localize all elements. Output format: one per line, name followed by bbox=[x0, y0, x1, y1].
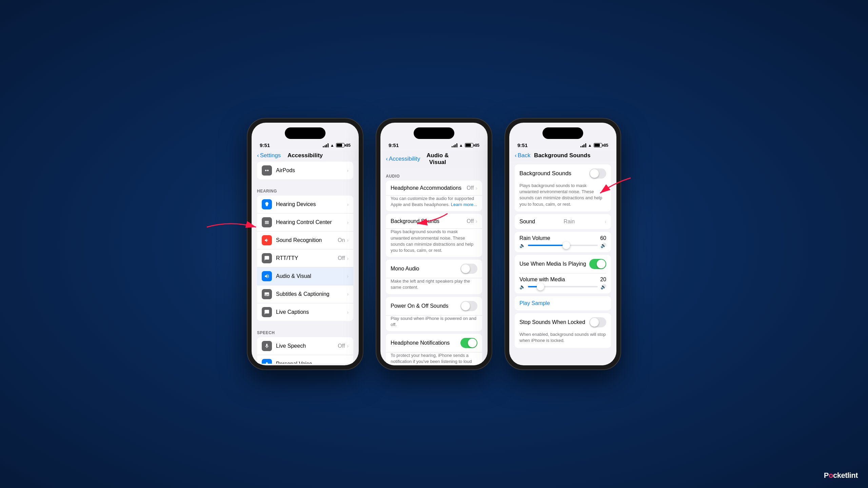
back-label-2: Accessibility bbox=[389, 156, 420, 162]
signal-bars-2 bbox=[452, 143, 457, 147]
volume-with-media-label: Volume with Media bbox=[519, 277, 565, 283]
hearing-devices-row[interactable]: Hearing Devices › bbox=[257, 196, 353, 214]
use-when-media-toggle-knob bbox=[597, 260, 606, 268]
airpods-icon bbox=[262, 165, 272, 176]
back-chevron-1: ‹ bbox=[257, 152, 259, 159]
headphone-notif-toggle[interactable] bbox=[460, 338, 477, 348]
headphone-accom-label: Headphone Accommodations bbox=[391, 185, 467, 191]
personal-voice-row[interactable]: Personal Voice › bbox=[257, 355, 353, 364]
subtitles-label: Subtitles & Captioning bbox=[276, 291, 347, 297]
stop-sounds-row[interactable]: Stop Sounds When Locked bbox=[515, 313, 611, 331]
sound-recognition-icon bbox=[262, 235, 272, 245]
live-captions-row[interactable]: Live Captions › bbox=[257, 303, 353, 321]
nav-title-1: Accessibility bbox=[281, 152, 330, 159]
power-sounds-toggle-knob bbox=[461, 302, 470, 310]
mono-audio-label: Mono Audio bbox=[391, 266, 460, 272]
media-volume-max-icon: 🔊 bbox=[600, 284, 606, 289]
live-captions-icon bbox=[262, 307, 272, 317]
power-sounds-label: Power On & Off Sounds bbox=[391, 303, 460, 309]
use-when-media-row[interactable]: Use When Media Is Playing bbox=[515, 255, 611, 273]
svg-rect-2 bbox=[265, 221, 269, 222]
bg-sounds-main-toggle-knob bbox=[590, 169, 599, 178]
dynamic-island-2 bbox=[414, 127, 454, 139]
back-chevron-3: ‹ bbox=[515, 152, 517, 159]
nav-back-3[interactable]: ‹ Back bbox=[515, 152, 530, 159]
svg-point-1 bbox=[267, 170, 269, 171]
volume-with-media-label-row: Volume with Media 20 bbox=[515, 273, 611, 284]
phone-screen-1: 9:51 ▲ 85 ‹ bbox=[252, 123, 359, 365]
phone-frame-1: 9:51 ▲ 85 ‹ bbox=[248, 119, 363, 369]
signal-bar-3 bbox=[326, 144, 327, 147]
nav-back-1[interactable]: ‹ Settings bbox=[257, 152, 281, 159]
back-label-1: Settings bbox=[260, 152, 281, 159]
sound-recognition-row[interactable]: Sound Recognition On › bbox=[257, 231, 353, 249]
live-speech-row[interactable]: Live Speech Off › bbox=[257, 337, 353, 355]
mono-audio-toggle[interactable] bbox=[460, 264, 477, 274]
svg-rect-4 bbox=[265, 223, 269, 224]
stop-sounds-desc: When enabled, background sounds will sto… bbox=[515, 331, 611, 348]
live-speech-icon bbox=[262, 341, 272, 351]
rain-volume-value: 60 bbox=[600, 235, 606, 241]
use-when-media-toggle[interactable] bbox=[589, 259, 606, 269]
battery-pct-2: 85 bbox=[475, 143, 479, 148]
bg-sounds-main-row[interactable]: Background Sounds bbox=[515, 164, 611, 183]
sound-value: Rain bbox=[564, 219, 575, 225]
media-volume-min-icon: 🔈 bbox=[519, 284, 525, 289]
rain-volume-slider-track[interactable] bbox=[528, 245, 598, 246]
sound-recognition-label: Sound Recognition bbox=[276, 237, 338, 243]
battery-pct-3: 85 bbox=[604, 143, 608, 148]
sound-row[interactable]: Sound Rain › bbox=[515, 214, 611, 229]
battery-fill-2 bbox=[466, 144, 471, 147]
mono-audio-row[interactable]: Mono Audio bbox=[386, 260, 482, 278]
battery-fill-3 bbox=[594, 144, 600, 147]
headphone-accom-desc: You can customize the audio for supporte… bbox=[386, 196, 482, 211]
airpods-row[interactable]: AirPods › bbox=[257, 162, 353, 179]
live-captions-label: Live Captions bbox=[276, 309, 347, 315]
bg-main-card: Background Sounds Plays background sound… bbox=[515, 164, 611, 211]
audio-section-label: AUDIO bbox=[380, 168, 488, 181]
headphone-notif-label: Headphone Notifications bbox=[391, 340, 460, 346]
volume-min-icon: 🔈 bbox=[519, 243, 525, 248]
media-volume-slider-track[interactable] bbox=[528, 286, 598, 287]
nav-back-2[interactable]: ‹ Accessibility bbox=[386, 156, 420, 162]
svg-point-0 bbox=[265, 170, 267, 171]
audio-visual-row[interactable]: Audio & Visual › bbox=[257, 267, 353, 285]
rtt-icon bbox=[262, 253, 272, 263]
bg-sounds-row[interactable]: Background Sounds Off › bbox=[386, 214, 482, 229]
hearing-devices-icon bbox=[262, 199, 272, 209]
nav-title-2: Audio & Visual bbox=[420, 152, 455, 166]
hearing-devices-label: Hearing Devices bbox=[276, 201, 347, 207]
bg-sounds-main-label: Background Sounds bbox=[519, 170, 571, 177]
mono-audio-card: Mono Audio Make the left and right speak… bbox=[386, 260, 482, 294]
hearing-control-row[interactable]: Hearing Control Center › bbox=[257, 214, 353, 231]
speech-header: SPEECH bbox=[252, 324, 359, 337]
stop-sounds-toggle[interactable] bbox=[589, 317, 606, 327]
hearing-control-label: Hearing Control Center bbox=[276, 219, 347, 225]
rain-volume-thumb[interactable] bbox=[563, 242, 570, 249]
power-sounds-row[interactable]: Power On & Off Sounds bbox=[386, 297, 482, 316]
bg-sounds-content: Background Sounds Plays background sound… bbox=[509, 162, 616, 364]
learn-more-link[interactable]: Learn more... bbox=[451, 202, 477, 207]
media-volume-thumb[interactable] bbox=[537, 283, 544, 290]
power-sounds-toggle[interactable] bbox=[460, 301, 477, 311]
rtt-row[interactable]: RTT/TTY Off › bbox=[257, 249, 353, 267]
hearing-control-icon bbox=[262, 217, 272, 227]
headphone-card: Headphone Accommodations Off › You can c… bbox=[386, 181, 482, 211]
subtitles-row[interactable]: Subtitles & Captioning › bbox=[257, 285, 353, 303]
rain-volume-fill bbox=[528, 245, 566, 246]
signal-bars-1 bbox=[323, 143, 329, 147]
headphone-accommodations-row[interactable]: Headphone Accommodations Off › bbox=[386, 181, 482, 196]
phone-screen-2: 9:51 ▲ 85 ‹ bbox=[380, 123, 488, 365]
headphone-notif-row[interactable]: Headphone Notifications bbox=[386, 334, 482, 352]
back-chevron-2: ‹ bbox=[386, 156, 388, 162]
signal-bar-2 bbox=[324, 145, 326, 147]
status-icons-2: ▲ 85 bbox=[452, 143, 479, 148]
status-time-3: 9:51 bbox=[517, 142, 528, 148]
headphone-notif-toggle-knob bbox=[468, 339, 477, 347]
play-sample-card: Play Sample bbox=[515, 296, 611, 310]
bg-sounds-main-toggle[interactable] bbox=[589, 168, 606, 179]
play-sample-button[interactable]: Play Sample bbox=[515, 296, 611, 310]
nav-bar-2: ‹ Accessibility Audio & Visual bbox=[380, 151, 488, 168]
rain-volume-label: Rain Volume bbox=[519, 235, 550, 241]
airpods-group: AirPods › bbox=[257, 162, 353, 179]
